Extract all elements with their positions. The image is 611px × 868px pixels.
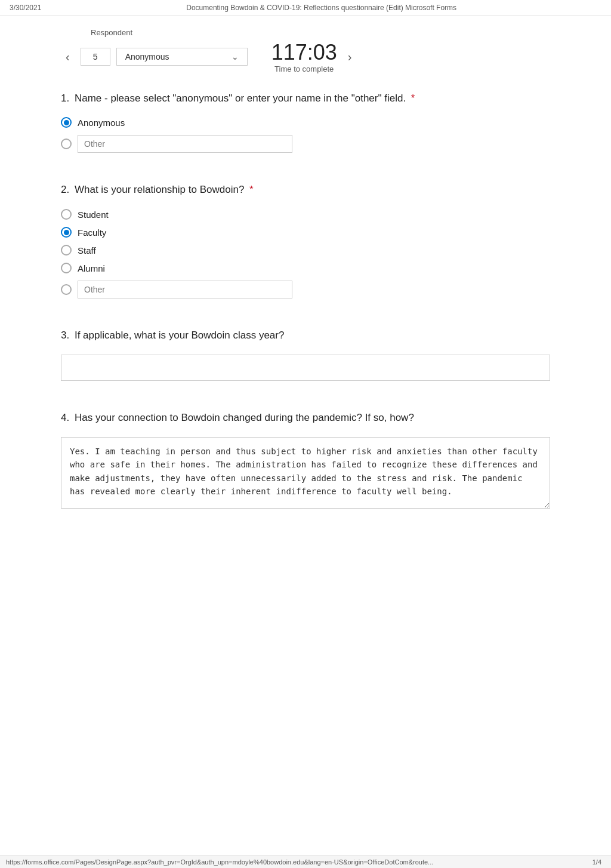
q2-radio-alumni[interactable] [61,263,72,273]
q2-option-student[interactable]: Student [61,209,550,220]
q1-label-anonymous: Anonymous [78,118,125,128]
respondent-label: Respondent [91,28,550,37]
question-4-block: 4. Has your connection to Bowdoin change… [61,411,550,510]
question-2-block: 2. What is your relationship to Bowdoin?… [61,183,550,298]
question-4-text: Has your connection to Bowdoin changed d… [75,412,414,423]
q2-other-input[interactable] [78,281,292,298]
q2-label-alumni: Alumni [78,263,105,273]
time-label: Time to complete [271,64,337,73]
question-3-number: 3. [61,330,69,341]
q1-option-other[interactable] [61,135,550,153]
question-2-number: 2. [61,184,69,195]
respondent-name: Anonymous [125,52,169,61]
q2-radio-other[interactable] [61,284,72,295]
q1-radio-anonymous[interactable] [61,117,72,128]
question-1-title: 1. Name - please select "anonymous" or e… [61,91,550,106]
respondent-dropdown[interactable]: Anonymous ⌄ [116,48,248,66]
browser-date: 3/30/2021 [10,4,41,12]
q2-option-staff[interactable]: Staff [61,245,550,256]
q2-label-staff: Staff [78,245,96,256]
q1-radio-other[interactable] [61,138,72,149]
q2-label-faculty: Faculty [78,227,106,238]
browser-bar: 3/30/2021 Documenting Bowdoin & COVID-19… [0,0,611,16]
time-value: 117:03 [271,41,337,64]
q4-textarea[interactable] [61,437,550,509]
respondent-section: Respondent ‹ 5 Anonymous ⌄ 117:03 Time t… [61,28,550,73]
dropdown-chevron-icon: ⌄ [232,52,239,61]
time-complete-section: 117:03 Time to complete [271,41,337,73]
question-1-block: 1. Name - please select "anonymous" or e… [61,91,550,153]
question-2-title: 2. What is your relationship to Bowdoin?… [61,183,550,197]
q1-option-anonymous[interactable]: Anonymous [61,117,550,128]
question-1-required: * [411,93,415,104]
question-3-block: 3. If applicable, what is your Bowdoin c… [61,328,550,381]
question-3-title: 3. If applicable, what is your Bowdoin c… [61,328,550,343]
next-respondent-button[interactable]: › [343,48,357,66]
respondent-nav: ‹ 5 Anonymous ⌄ 117:03 Time to complete … [61,41,550,73]
browser-title: Documenting Bowdoin & COVID-19: Reflecti… [41,4,601,12]
q2-label-student: Student [78,210,109,220]
q3-text-input[interactable] [61,355,550,381]
prev-respondent-button[interactable]: ‹ [61,48,75,66]
q2-radio-student[interactable] [61,209,72,220]
question-4-title: 4. Has your connection to Bowdoin change… [61,411,550,425]
question-1-number: 1. [61,93,69,104]
question-2-text: What is your relationship to Bowdoin? [75,184,244,195]
page-container: Respondent ‹ 5 Anonymous ⌄ 117:03 Time t… [37,16,574,564]
question-1-text: Name - please select "anonymous" or ente… [75,93,406,104]
question-2-required: * [249,184,254,195]
q2-radio-staff[interactable] [61,245,72,256]
q2-option-other[interactable] [61,281,550,298]
question-3-text: If applicable, what is your Bowdoin clas… [75,330,285,341]
q2-radio-faculty[interactable] [61,227,72,238]
question-4-number: 4. [61,412,69,423]
q1-other-input[interactable] [78,135,292,153]
respondent-number: 5 [81,48,110,66]
q2-option-faculty[interactable]: Faculty [61,227,550,238]
q2-option-alumni[interactable]: Alumni [61,263,550,273]
